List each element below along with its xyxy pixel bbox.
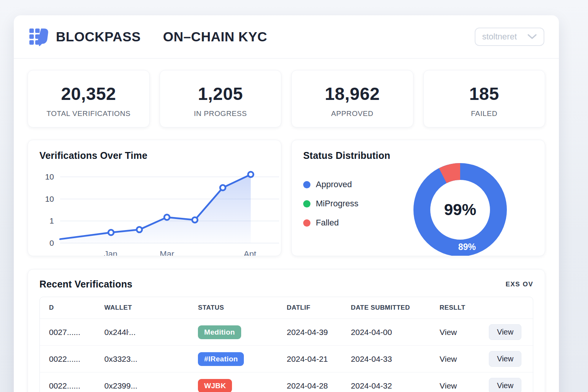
view-button[interactable]: View (489, 378, 521, 392)
cell-wallet: 0x244ŀ... (99, 319, 193, 346)
line-chart-card: Verifications Over Time 011010JanMarApt (28, 140, 281, 256)
legend-item: MiProgress (303, 199, 408, 209)
table-column-header: DATLIF (281, 297, 345, 319)
svg-text:Apt: Apt (243, 249, 256, 256)
cell-action: View (483, 346, 533, 372)
cell-date: 2024-04-28 (281, 372, 345, 392)
chevron-down-icon (528, 34, 537, 39)
cell-date-submitted: 2024-04-33 (346, 346, 434, 372)
recent-verifications-card: Recent Verifications EXS OV DWALLETSTATU… (28, 269, 545, 392)
cell-action: View (483, 319, 533, 346)
cell-wallet: 0x3323... (99, 346, 193, 372)
line-chart-title: Verifications Over Time (39, 150, 270, 161)
stat-card-total-verifications: 20,352 TOTAL VERIFICATIONS (28, 70, 150, 127)
page-title: ON–CHAIN KYC (163, 29, 267, 44)
table-column-header: RESLLT (434, 297, 483, 319)
table-column-header: STATUS (193, 297, 281, 319)
cell-id: 0027...... (40, 319, 99, 346)
stat-label: TOTAL VERIFICATIONS (33, 109, 145, 118)
svg-text:10: 10 (45, 172, 54, 181)
account-dropdown[interactable]: stoltneret (475, 28, 545, 46)
cell-id: 0022...... (40, 346, 99, 372)
view-button[interactable]: View (489, 351, 521, 367)
table-row: 0027......0x244ŀ...Medition2024-04-39202… (40, 319, 533, 346)
status-badge: Medition (198, 325, 241, 339)
cell-status: Medition (193, 319, 281, 346)
status-badge: WJBK (198, 379, 232, 392)
legend-item: Approved (303, 180, 408, 189)
stat-value: 1,205 (165, 83, 277, 104)
svg-text:Jan: Jan (104, 249, 117, 256)
svg-text:0: 0 (49, 238, 54, 247)
verifications-table: DWALLETSTATUSDATLIFDATE SUBMITTEDRESLLT0… (40, 297, 533, 392)
table-row: 0022......0x3323...#IReation2024-04-2120… (40, 346, 533, 372)
donut-chart-card: Status Distribution ApprovedMiProgressFa… (291, 140, 545, 256)
status-donut-chart: 89% 99% (408, 158, 512, 256)
stats-row: 20,352 TOTAL VERIFICATIONS 1,205 IN PROG… (14, 59, 559, 127)
table-column-header: D (40, 297, 99, 319)
cell-date-submitted: 2024-04-00 (346, 319, 434, 346)
verifications-line-chart: 011010JanMarApt (39, 163, 270, 256)
cell-date: 2024-04-21 (281, 346, 345, 372)
view-link[interactable]: View (439, 354, 457, 363)
table-column-header: DATE SUBMITTED (346, 297, 434, 319)
cell-result: View (434, 372, 483, 392)
legend-color-dot (303, 219, 310, 227)
account-dropdown-label: stoltneret (482, 32, 517, 42)
table-column-header (483, 297, 533, 319)
dashboard-card: BLOCKPASS ON–CHAIN KYC stoltneret 20,352… (14, 15, 559, 392)
legend-label: Falled (316, 218, 339, 228)
cell-date: 2024-04-39 (281, 319, 345, 346)
table-row: 0022......0x2399...WJBK2024-04-282024-04… (40, 372, 533, 392)
svg-text:10: 10 (45, 194, 54, 203)
stat-label: FAILED (428, 109, 541, 118)
stat-label: APPROVED (296, 109, 408, 118)
table-title: Recent Verifications (39, 279, 132, 290)
legend-color-dot (303, 181, 310, 188)
brand-name: BLOCKPASS (56, 29, 141, 44)
legend-label: Approved (316, 180, 352, 189)
view-link[interactable]: View (439, 381, 457, 390)
app-header: BLOCKPASS ON–CHAIN KYC stoltneret (14, 15, 559, 58)
stat-card-failed: 185 FAILED (423, 70, 546, 127)
cell-status: WJBK (193, 372, 281, 392)
verifications-table-box: DWALLETSTATUSDATLIFDATE SUBMITTEDRESLLT0… (39, 297, 533, 392)
cell-result: View (434, 319, 483, 346)
cell-date-submitted: 2024-04-32 (346, 372, 434, 392)
table-column-header: WALLET (99, 297, 193, 319)
stat-label: IN PROGRESS (165, 109, 277, 118)
stat-value: 20,352 (33, 83, 145, 104)
legend-item: Falled (303, 218, 408, 228)
cell-result: View (434, 346, 483, 372)
status-badge: #IReation (198, 352, 244, 366)
cell-wallet: 0x2399... (99, 372, 193, 392)
legend-color-dot (303, 200, 310, 207)
svg-text:89%: 89% (458, 242, 476, 252)
stat-card-approved: 18,962 APPROVED (291, 70, 413, 127)
stat-card-in-progress: 1,205 IN PROGRESS (160, 70, 282, 127)
stat-value: 185 (428, 83, 541, 104)
stat-value: 18,962 (296, 83, 408, 104)
cell-id: 0022...... (40, 372, 99, 392)
charts-row: Verifications Over Time 011010JanMarApt … (28, 140, 545, 256)
export-button[interactable]: EXS OV (506, 281, 533, 288)
cell-status: #IReation (193, 346, 281, 372)
cell-action: View (483, 372, 533, 392)
svg-text:Mar: Mar (160, 249, 174, 256)
donut-legend: ApprovedMiProgressFalled (303, 180, 408, 237)
view-link[interactable]: View (439, 328, 457, 336)
view-button[interactable]: View (489, 324, 521, 340)
blockpass-logo-icon (28, 26, 49, 47)
legend-label: MiProgress (316, 199, 358, 209)
svg-text:1: 1 (49, 216, 54, 225)
